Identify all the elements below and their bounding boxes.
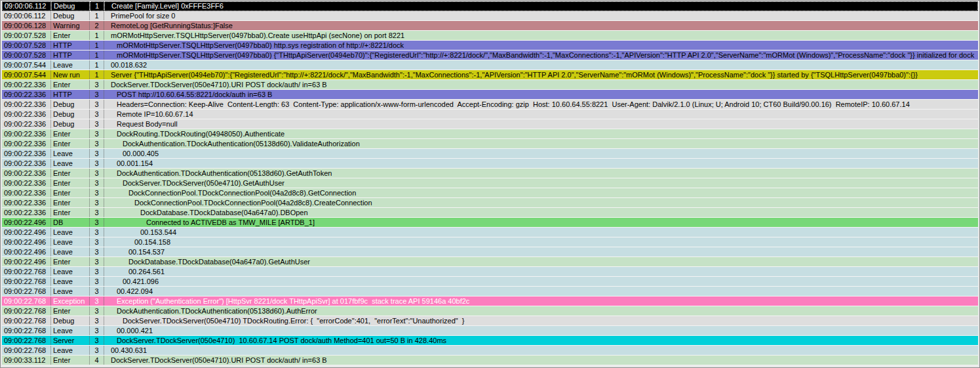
- log-row[interactable]: 09:00:22.768 Leave 3 00.430.631: [2, 346, 978, 356]
- log-time-cell: 09:00:22.336: [2, 80, 51, 89]
- log-level-cell: HTTP: [51, 90, 90, 99]
- log-row[interactable]: 09:00:22.496 Leave 3 00.154.158: [2, 237, 978, 247]
- log-thread-cell: 1: [90, 31, 104, 40]
- log-row[interactable]: 09:00:22.768 Leave 3 00.422.094: [2, 287, 978, 296]
- log-thread-cell: 2: [90, 21, 104, 30]
- log-row[interactable]: 09:00:22.336 Enter 3 DockServer.TDockSer…: [2, 80, 978, 90]
- log-level-cell: DB: [51, 218, 90, 227]
- log-level-cell: Leave: [51, 149, 90, 158]
- log-row[interactable]: 09:00:22.336 Enter 3 DockRouting.TDockRo…: [2, 129, 978, 139]
- log-row[interactable]: 09:00:22.336 Enter 3 DockConnectionPool.…: [2, 188, 978, 198]
- log-row[interactable]: 09:00:22.768 Leave 3 00.421.096: [2, 277, 978, 287]
- log-row[interactable]: 09:00:22.768 Exception 3 Exception ("Aut…: [2, 296, 978, 306]
- log-time-cell: 09:00:07.528: [2, 31, 51, 40]
- log-row[interactable]: 09:00:22.768 Server 3 DockServer.TDockSe…: [2, 336, 978, 346]
- log-time-cell: 09:00:22.336: [2, 198, 51, 207]
- log-time-cell: 09:00:22.496: [2, 237, 51, 247]
- log-row[interactable]: 09:00:22.336 Enter 3 DockConnectionPool.…: [2, 198, 978, 208]
- log-thread-cell: 1: [90, 1, 104, 11]
- log-thread-cell: 3: [90, 188, 104, 197]
- log-level-cell: Debug: [51, 119, 90, 129]
- log-message-cell: Connected to ACTIVEDB as TMW_MILE [ARTDB…: [104, 218, 978, 227]
- log-row[interactable]: 09:00:22.336 Debug 3 Remote IP=10.60.67.…: [2, 110, 978, 119]
- log-row[interactable]: 09:00:22.496 DB 3 Connected to ACTIVEDB …: [2, 218, 978, 228]
- log-message-cell: RemoteLog [GetRunningStatus:]False: [104, 21, 978, 30]
- log-row[interactable]: 09:00:07.544 New run 1 Server {"THttpApi…: [2, 70, 978, 80]
- log-level-cell: Leave: [51, 346, 90, 355]
- log-grid[interactable]: 09:00:06.112 Debug 1 Create [Family.Leve…: [2, 1, 978, 367]
- log-time-cell: 09:00:22.768: [2, 267, 51, 276]
- log-level-cell: Leave: [51, 228, 90, 237]
- log-time-cell: 09:00:22.336: [2, 178, 51, 188]
- log-row[interactable]: 09:00:22.768 Leave 3 00.000.421: [2, 326, 978, 336]
- log-row[interactable]: 09:00:22.496 Enter 3 DockDatabase.TDockD…: [2, 257, 978, 267]
- log-row[interactable]: 09:00:22.336 Enter 3 DockServer.TDockSer…: [2, 178, 978, 188]
- log-row[interactable]: 09:00:07.528 Enter 1 mORMotHttpServer.TS…: [2, 31, 978, 41]
- log-row[interactable]: 09:00:22.768 Leave 3 00.264.561: [2, 267, 978, 277]
- log-thread-cell: 3: [90, 159, 104, 168]
- log-row[interactable]: 09:00:22.336 Leave 3 00.001.154: [2, 159, 978, 169]
- log-row[interactable]: 09:00:22.768 Debug 3 DockServer.TDockSer…: [2, 316, 978, 326]
- log-time-cell: 09:00:22.768: [2, 336, 51, 345]
- log-message-cell: DockAuthentication.TDockAuthentication(0…: [104, 139, 978, 148]
- log-time-cell: 09:00:22.768: [2, 316, 51, 325]
- log-row[interactable]: 09:00:07.544 Leave 1 00.018.632: [2, 60, 978, 70]
- log-thread-cell: 3: [90, 296, 104, 306]
- log-time-cell: 09:00:22.336: [2, 110, 51, 119]
- log-row[interactable]: 09:00:06.112 Debug 1 Create [Family.Leve…: [2, 1, 978, 11]
- log-message-cell: 00.421.096: [104, 277, 978, 286]
- log-message-cell: 00.000.421: [104, 326, 978, 335]
- log-thread-cell: 3: [90, 287, 104, 296]
- log-time-cell: 09:00:22.336: [2, 188, 51, 197]
- log-thread-cell: 3: [90, 80, 104, 89]
- log-level-cell: HTTP: [51, 41, 90, 50]
- log-message-cell: 00.001.154: [104, 159, 978, 168]
- log-thread-cell: 3: [90, 90, 104, 99]
- log-level-cell: New run: [51, 70, 90, 79]
- log-time-cell: 09:00:22.496: [2, 228, 51, 237]
- log-row[interactable]: 09:00:06.128 Warning 2 RemoteLog [GetRun…: [2, 21, 978, 31]
- log-row[interactable]: 09:00:33.112 Enter 4 DockServer.TDockSer…: [2, 356, 978, 365]
- log-thread-cell: 3: [90, 306, 104, 316]
- log-level-cell: Debug: [51, 11, 90, 20]
- log-thread-cell: 3: [90, 346, 104, 355]
- log-thread-cell: 3: [90, 169, 104, 178]
- log-thread-cell: 1: [90, 41, 104, 50]
- log-level-cell: Enter: [51, 129, 90, 138]
- log-row[interactable]: 09:00:07.528 HTTP 1 mORMotHttpServer.TSQ…: [2, 41, 978, 51]
- log-row[interactable]: 09:00:06.112 Debug 1 PrimePool for size …: [2, 11, 978, 21]
- log-row[interactable]: 09:00:22.336 Debug 3 Request Body=null: [2, 119, 978, 129]
- log-level-cell: Enter: [51, 257, 90, 266]
- log-message-cell: DockConnectionPool.TDockConnectionPool(0…: [104, 188, 978, 197]
- log-time-cell: 09:00:22.336: [2, 159, 51, 168]
- log-row[interactable]: 09:00:07.528 HTTP 1 mORMotHttpServer.TSQ…: [2, 51, 978, 60]
- log-row[interactable]: 09:00:22.336 Debug 3 Headers=Connection:…: [2, 100, 978, 110]
- log-message-cell: 00.018.632: [104, 60, 978, 70]
- log-row[interactable]: 09:00:22.496 Leave 3 00.153.544: [2, 228, 978, 237]
- log-thread-cell: 1: [90, 51, 104, 60]
- log-row[interactable]: 09:00:22.336 HTTP 3 POST http://10.60.64…: [2, 90, 978, 100]
- log-level-cell: Leave: [51, 326, 90, 335]
- log-message-cell: 00.422.094: [104, 287, 978, 296]
- log-level-cell: Leave: [51, 159, 90, 168]
- log-time-cell: 09:00:22.768: [2, 306, 51, 316]
- log-level-cell: Debug: [51, 1, 90, 11]
- log-row[interactable]: 09:00:22.336 Enter 3 DockAuthentication.…: [2, 169, 978, 178]
- log-row[interactable]: 09:00:22.336 Enter 3 DockAuthentication.…: [2, 139, 978, 149]
- log-row[interactable]: 09:00:22.336 Enter 3 DockDatabase.TDockD…: [2, 208, 978, 218]
- log-message-cell: POST http://10.60.64.55:8221/dock/auth i…: [104, 90, 978, 99]
- log-message-cell: DockServer.TDockServer(050e4710).URI POS…: [104, 80, 978, 89]
- log-thread-cell: 3: [90, 100, 104, 109]
- log-row[interactable]: 09:00:22.336 Leave 3 00.000.405: [2, 149, 978, 159]
- log-time-cell: 09:00:22.336: [2, 169, 51, 178]
- log-time-cell: 09:00:22.496: [2, 257, 51, 266]
- log-level-cell: Enter: [51, 188, 90, 197]
- log-row[interactable]: 09:00:22.768 Enter 3 DockAuthentication.…: [2, 306, 978, 316]
- log-thread-cell: 3: [90, 129, 104, 138]
- log-time-cell: 09:00:22.336: [2, 90, 51, 99]
- log-message-cell: 00.153.544: [104, 228, 978, 237]
- log-time-cell: 09:00:22.768: [2, 326, 51, 335]
- log-row[interactable]: 09:00:22.496 Leave 3 00.154.537: [2, 247, 978, 257]
- log-time-cell: 09:00:07.528: [2, 51, 51, 60]
- log-level-cell: Enter: [51, 169, 90, 178]
